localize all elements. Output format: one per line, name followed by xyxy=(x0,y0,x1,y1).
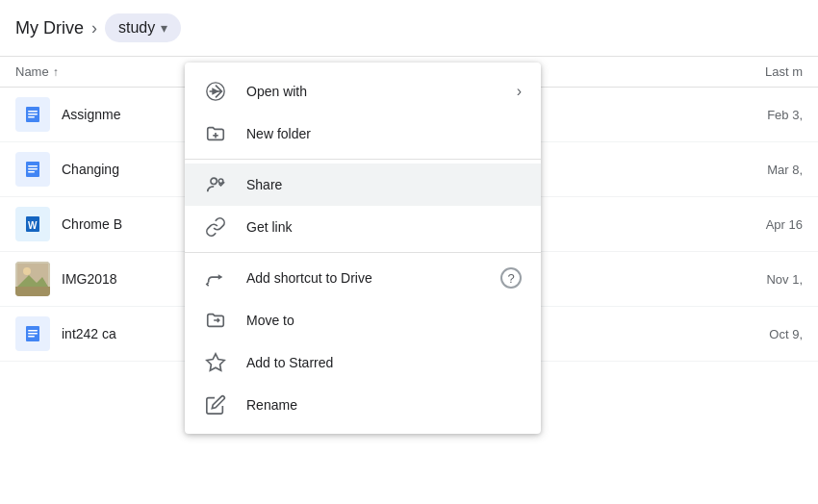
context-menu-overlay: Open with › New folder xyxy=(0,0,818,504)
new-folder-label: New folder xyxy=(246,126,522,141)
menu-item-rename[interactable]: Rename xyxy=(185,384,541,426)
add-starred-label: Add to Starred xyxy=(246,355,522,370)
link-icon xyxy=(204,215,227,239)
move-to-label: Move to xyxy=(246,313,522,328)
menu-item-add-shortcut[interactable]: Add shortcut to Drive ? xyxy=(185,257,541,299)
move-to-icon xyxy=(204,309,227,332)
rename-label: Rename xyxy=(246,397,522,413)
context-menu: Open with › New folder xyxy=(185,63,541,434)
menu-divider-1 xyxy=(185,159,541,160)
new-folder-icon xyxy=(204,122,227,145)
menu-item-move-to[interactable]: Move to xyxy=(185,299,541,341)
menu-item-new-folder[interactable]: New folder xyxy=(185,113,541,155)
rename-icon xyxy=(204,393,227,416)
menu-item-share[interactable]: Share xyxy=(185,164,541,206)
share-label: Share xyxy=(246,177,522,192)
menu-divider-2 xyxy=(185,252,541,253)
help-icon[interactable]: ? xyxy=(500,267,522,289)
open-with-label: Open with xyxy=(246,84,498,99)
svg-point-23 xyxy=(218,179,223,184)
menu-item-add-starred[interactable]: Add to Starred xyxy=(185,341,541,384)
svg-point-22 xyxy=(211,178,217,184)
get-link-label: Get link xyxy=(246,219,522,235)
shortcut-icon xyxy=(204,266,227,290)
menu-item-open-with[interactable]: Open with › xyxy=(185,70,541,113)
share-icon xyxy=(204,173,227,196)
add-shortcut-label: Add shortcut to Drive xyxy=(246,270,481,286)
menu-item-get-link[interactable]: Get link xyxy=(185,206,541,248)
submenu-arrow-icon: › xyxy=(517,83,522,100)
star-icon xyxy=(204,351,227,374)
open-with-icon xyxy=(204,80,227,103)
svg-marker-24 xyxy=(207,354,224,370)
